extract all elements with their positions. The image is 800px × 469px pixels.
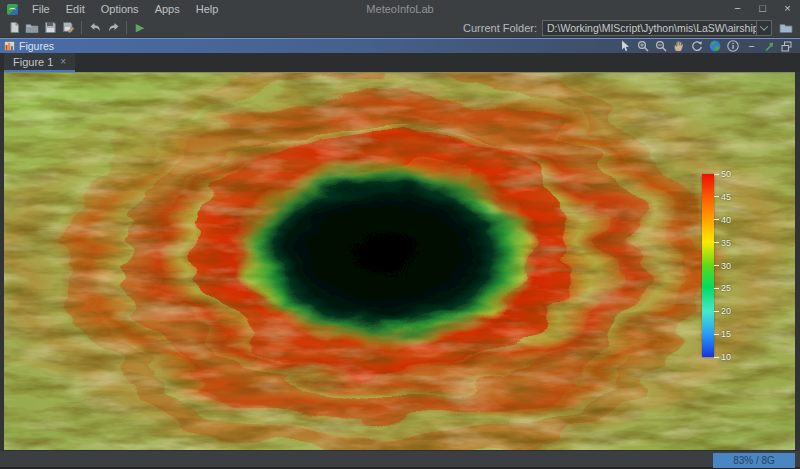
colorbar-tick: 15 bbox=[714, 329, 731, 339]
colorbar-tick-label: 40 bbox=[721, 215, 731, 225]
colorbar-tick-label: 45 bbox=[721, 192, 731, 202]
colorbar-tick-label: 50 bbox=[721, 169, 731, 179]
browse-folder-button[interactable] bbox=[777, 19, 795, 36]
save-as-icon bbox=[62, 21, 75, 34]
combobox-dropdown-button[interactable] bbox=[756, 21, 771, 35]
window-title: MeteoInfoLab bbox=[366, 3, 433, 15]
statusbar: 83% / 8G bbox=[0, 450, 800, 469]
typhoon-reflectivity-plot bbox=[4, 73, 795, 450]
figure-tab-bar: Figure 1 × bbox=[0, 53, 800, 72]
redo-icon bbox=[107, 22, 120, 34]
new-file-icon bbox=[8, 21, 21, 34]
save-icon bbox=[44, 21, 57, 34]
menu-help[interactable]: Help bbox=[188, 0, 227, 18]
menu-apps[interactable]: Apps bbox=[147, 0, 188, 18]
app-logo-icon bbox=[7, 4, 18, 15]
run-script-button[interactable]: ▶ bbox=[131, 19, 149, 36]
colorbar-tick-label: 20 bbox=[721, 306, 731, 316]
folder-icon bbox=[779, 22, 793, 34]
colorbar-tick: 30 bbox=[714, 261, 731, 271]
memory-indicator[interactable]: 83% / 8G bbox=[713, 453, 795, 468]
menu-file[interactable]: File bbox=[24, 0, 58, 18]
colorbar-tick-label: 35 bbox=[721, 238, 731, 248]
figure-container: 50 45 40 35 30 25 20 15 10 bbox=[0, 72, 800, 450]
panel-minimize-icon[interactable]: − bbox=[745, 40, 758, 53]
zoom-in-icon[interactable] bbox=[637, 40, 649, 52]
colorbar-tick-label: 10 bbox=[721, 352, 731, 362]
pan-hand-icon[interactable] bbox=[673, 40, 685, 52]
colorbar-tick: 45 bbox=[714, 192, 731, 202]
tab-label: Figure 1 bbox=[13, 56, 53, 68]
figures-panel-title: Figures bbox=[19, 40, 54, 52]
current-folder-label: Current Folder: bbox=[463, 22, 537, 34]
run-icon: ▶ bbox=[136, 19, 144, 36]
toolbar-separator bbox=[81, 21, 82, 34]
open-file-button[interactable] bbox=[23, 19, 41, 36]
undo-button[interactable] bbox=[86, 19, 104, 36]
colorbar-tick: 40 bbox=[714, 215, 731, 225]
open-folder-icon bbox=[25, 21, 39, 34]
chevron-down-icon bbox=[760, 22, 768, 30]
save-button[interactable] bbox=[41, 19, 59, 36]
colorbar-tick-label: 30 bbox=[721, 261, 731, 271]
float-window-icon[interactable] bbox=[781, 41, 792, 52]
menu-options[interactable]: Options bbox=[93, 0, 147, 18]
figures-panel-header[interactable]: Figures − bbox=[0, 38, 800, 53]
typhoon-eye bbox=[233, 157, 537, 348]
pointer-select-icon[interactable] bbox=[620, 40, 631, 52]
rotate-icon[interactable] bbox=[691, 40, 703, 52]
close-button[interactable]: × bbox=[775, 0, 800, 18]
minimize-button[interactable]: − bbox=[725, 0, 750, 18]
colorbar-tick: 35 bbox=[714, 238, 731, 248]
undock-arrow-icon[interactable] bbox=[764, 41, 775, 52]
colorbar-tick: 10 bbox=[714, 352, 731, 362]
figure-canvas[interactable]: 50 45 40 35 30 25 20 15 10 bbox=[4, 72, 795, 450]
globe-icon[interactable] bbox=[709, 40, 721, 52]
maximize-button[interactable]: □ bbox=[750, 0, 775, 18]
reflectivity-field bbox=[4, 73, 795, 450]
current-folder-combobox[interactable]: D:\Working\MIScript\Jython\mis\LaSW\airs… bbox=[542, 20, 772, 36]
current-folder-value: D:\Working\MIScript\Jython\mis\LaSW\airs… bbox=[543, 22, 756, 34]
new-file-button[interactable] bbox=[5, 19, 23, 36]
current-folder-bar: Current Folder: D:\Working\MIScript\Jyth… bbox=[463, 19, 795, 36]
zoom-out-icon[interactable] bbox=[655, 40, 667, 52]
app-window: File Edit Options Apps Help MeteoInfoLab… bbox=[0, 0, 800, 469]
tab-close-icon[interactable]: × bbox=[60, 57, 66, 67]
figures-panel-icon bbox=[4, 41, 15, 51]
colorbar: 50 45 40 35 30 25 20 15 10 bbox=[702, 168, 754, 364]
menu-edit[interactable]: Edit bbox=[58, 0, 93, 18]
colorbar-tick: 50 bbox=[714, 169, 731, 179]
toolbar-separator bbox=[126, 21, 127, 34]
tab-figure-1[interactable]: Figure 1 × bbox=[4, 53, 75, 72]
info-icon[interactable] bbox=[727, 40, 739, 52]
colorbar-tick: 20 bbox=[714, 306, 731, 316]
figure-tools: − bbox=[620, 40, 796, 53]
colorbar-tick: 25 bbox=[714, 283, 731, 293]
save-as-button[interactable] bbox=[59, 19, 77, 36]
colorbar-gradient bbox=[702, 174, 714, 357]
colorbar-tick-label: 15 bbox=[721, 329, 731, 339]
main-toolbar: ▶ Current Folder: D:\Working\MIScript\Jy… bbox=[0, 18, 800, 38]
redo-button[interactable] bbox=[104, 19, 122, 36]
window-controls: − □ × bbox=[725, 0, 800, 18]
titlebar: File Edit Options Apps Help MeteoInfoLab… bbox=[0, 0, 800, 18]
colorbar-tick-label: 25 bbox=[721, 283, 731, 293]
undo-icon bbox=[89, 22, 102, 34]
